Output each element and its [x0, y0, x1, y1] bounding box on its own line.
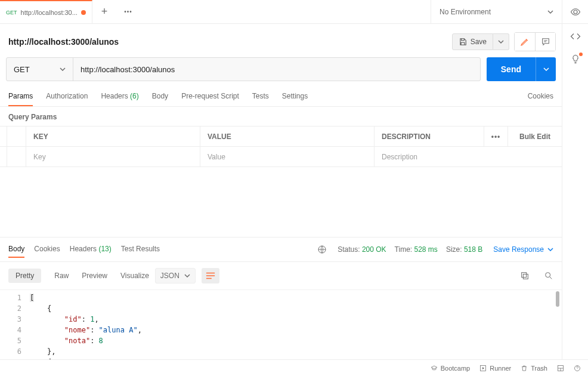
code-icon: [570, 31, 581, 42]
network-icon[interactable]: [317, 245, 327, 254]
info-button[interactable]: [570, 54, 581, 64]
copy-icon: [520, 271, 530, 281]
environment-select[interactable]: No Environment: [431, 0, 562, 23]
chevron-down-icon: [184, 273, 190, 279]
query-params-label: Query Params: [0, 107, 562, 126]
code-line: 1[: [0, 292, 562, 303]
col-description: DESCRIPTION: [375, 127, 484, 146]
comment-icon: [541, 37, 550, 47]
bulk-edit-button[interactable]: Bulk Edit: [508, 127, 562, 146]
code-line: 5 "nota": 8: [0, 335, 562, 346]
code-line: 7 {: [0, 357, 562, 360]
size-label: Size: 518 B: [446, 245, 482, 254]
code-line: 2 {: [0, 303, 562, 314]
notification-dot-icon: [579, 53, 583, 56]
method-select[interactable]: GET: [7, 58, 73, 81]
param-value-input[interactable]: Value: [200, 147, 375, 167]
col-value: VALUE: [200, 127, 375, 146]
resp-tab-cookies[interactable]: Cookies: [34, 241, 60, 258]
request-tab[interactable]: GET http://localhost:30...: [0, 0, 92, 23]
code-line: 4 "nome": "aluna A",: [0, 325, 562, 335]
tab-method: GET: [6, 10, 17, 16]
save-response-button[interactable]: Save Response: [493, 245, 553, 254]
chevron-down-icon: [60, 66, 66, 72]
format-select[interactable]: JSON: [155, 268, 196, 283]
pencil-icon: [520, 37, 530, 47]
tab-body[interactable]: Body: [152, 87, 168, 106]
chevron-down-icon: [547, 9, 553, 15]
comments-button[interactable]: [535, 33, 555, 51]
view-raw[interactable]: Raw: [54, 269, 69, 282]
search-response-button[interactable]: [544, 271, 553, 281]
tab-title: http://localhost:30...: [21, 9, 78, 16]
url-input[interactable]: [73, 58, 480, 81]
graduation-icon: [431, 365, 438, 372]
view-preview[interactable]: Preview: [82, 269, 107, 282]
request-title: http://localhost:3000/alunos: [8, 37, 119, 47]
send-group: Send: [487, 57, 556, 81]
unsaved-indicator-icon: [81, 10, 86, 15]
save-options-button[interactable]: [493, 33, 509, 50]
code-line: 6 },: [0, 346, 562, 357]
response-body[interactable]: 1[2 {3 "id": 1,4 "nome": "aluna A",5 "no…: [0, 289, 562, 360]
help-icon: [574, 365, 581, 372]
save-icon: [459, 38, 467, 46]
send-options-button[interactable]: [536, 57, 556, 81]
cookies-link[interactable]: Cookies: [528, 87, 553, 106]
ellipsis-icon: •••: [124, 8, 132, 15]
trash-button[interactable]: Trash: [521, 365, 547, 372]
svg-rect-1: [523, 274, 528, 279]
play-icon: [479, 365, 487, 372]
environment-quicklook-button[interactable]: [562, 0, 588, 23]
eye-icon: [570, 7, 581, 17]
svg-rect-2: [522, 272, 527, 277]
code-line: 3 "id": 1,: [0, 314, 562, 325]
edit-documentation-button[interactable]: [515, 33, 535, 51]
plus-icon: +: [101, 5, 108, 18]
param-desc-input[interactable]: Description: [375, 147, 562, 167]
col-options-button[interactable]: •••: [484, 127, 508, 146]
copy-response-button[interactable]: [520, 271, 530, 281]
tab-settings[interactable]: Settings: [282, 87, 308, 106]
params-table: KEY VALUE DESCRIPTION ••• Bulk Edit Key …: [0, 126, 562, 167]
layout-button[interactable]: [557, 365, 564, 372]
save-button-group: Save: [452, 33, 509, 50]
resp-tab-body[interactable]: Body: [8, 241, 24, 258]
view-visualize[interactable]: Visualize: [120, 269, 149, 282]
tab-headers[interactable]: Headers (6): [101, 87, 138, 106]
resp-tab-testresults[interactable]: Test Results: [121, 241, 160, 258]
param-key-input[interactable]: Key: [26, 147, 200, 167]
tab-authorization[interactable]: Authorization: [46, 87, 88, 106]
runner-button[interactable]: Runner: [479, 365, 511, 372]
new-tab-button[interactable]: +: [92, 0, 116, 23]
resp-tab-headers[interactable]: Headers (13): [70, 241, 112, 258]
table-row[interactable]: Key Value Description: [0, 147, 562, 167]
chevron-down-icon: [547, 246, 553, 252]
tab-params[interactable]: Params: [8, 87, 33, 106]
send-button[interactable]: Send: [487, 57, 536, 81]
doc-comment-group: [514, 32, 556, 51]
svg-point-3: [546, 272, 550, 277]
method-value: GET: [14, 65, 30, 74]
view-pretty[interactable]: Pretty: [8, 269, 41, 283]
col-key: KEY: [26, 127, 200, 146]
layout-icon: [557, 365, 564, 372]
wrap-icon: [206, 272, 215, 280]
save-label: Save: [471, 38, 487, 46]
environment-label: No Environment: [440, 8, 491, 16]
save-button[interactable]: Save: [452, 33, 493, 50]
tab-overflow-button[interactable]: •••: [116, 0, 140, 23]
chevron-down-icon: [543, 66, 549, 72]
code-snippet-button[interactable]: [570, 31, 581, 42]
tab-tests[interactable]: Tests: [252, 87, 269, 106]
trash-icon: [521, 365, 528, 372]
wrap-lines-button[interactable]: [202, 268, 219, 283]
chevron-down-icon: [498, 39, 504, 45]
help-button[interactable]: [574, 365, 581, 372]
method-url-group: GET: [6, 57, 481, 81]
bootcamp-button[interactable]: Bootcamp: [431, 365, 471, 372]
scrollbar-thumb[interactable]: [556, 291, 559, 307]
time-label: Time: 528 ms: [395, 245, 438, 254]
tab-prerequest[interactable]: Pre-request Script: [181, 87, 239, 106]
search-icon: [544, 271, 553, 281]
